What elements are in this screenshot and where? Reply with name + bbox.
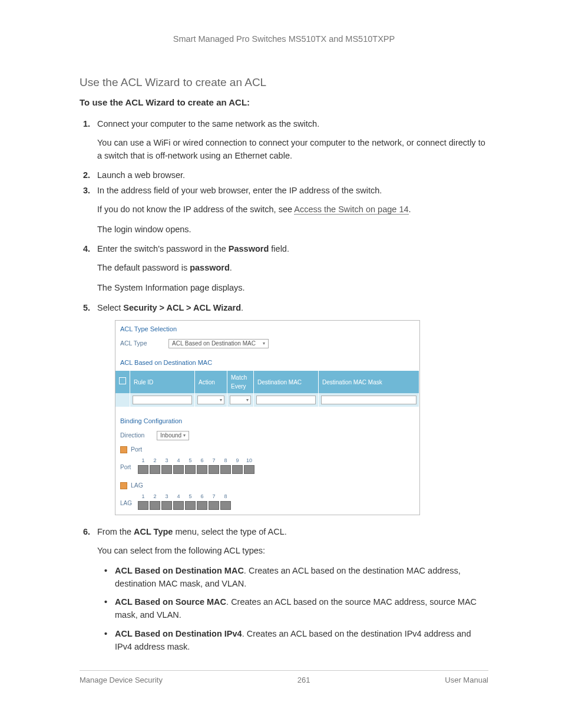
match-select[interactable]: ▾ bbox=[230, 396, 251, 404]
direction-select[interactable]: Inbound ▾ bbox=[157, 431, 189, 440]
lag-num: 4 bbox=[177, 493, 180, 501]
dest-mask-input[interactable] bbox=[321, 396, 416, 404]
step-6-para: You can select from the following ACL ty… bbox=[97, 545, 488, 558]
step-1-text: Connect your computer to the same networ… bbox=[97, 119, 319, 129]
chevron-down-icon: ▾ bbox=[246, 397, 249, 404]
lag-label: LAG bbox=[131, 481, 143, 490]
lag-num: 2 bbox=[153, 493, 156, 501]
port-3[interactable] bbox=[161, 465, 172, 474]
bullet-1: ACL Based on Destination MAC. Creates an… bbox=[115, 565, 488, 591]
step-6-pre: From the bbox=[97, 527, 134, 536]
port-10[interactable] bbox=[244, 465, 254, 474]
bullet-1-bold: ACL Based on Destination MAC bbox=[115, 566, 244, 575]
step-4-p-pre: The default password is bbox=[97, 263, 190, 272]
port-num: 4 bbox=[177, 457, 180, 465]
lag-6[interactable] bbox=[197, 501, 207, 510]
step-3-text: In the address field of your web browser… bbox=[97, 186, 382, 195]
port-num: 2 bbox=[153, 457, 156, 465]
port-8[interactable] bbox=[220, 465, 231, 474]
step-4: Enter the switch's password in the Passw… bbox=[92, 243, 488, 294]
port-num: 9 bbox=[236, 457, 239, 465]
lag-group-label: LAG bbox=[115, 479, 419, 492]
section-sub: To use the ACL Wizard to create an ACL: bbox=[80, 97, 488, 107]
lag-indicator-icon bbox=[120, 482, 127, 489]
acl-rule-table: Rule ID Action Match Every Destination M… bbox=[115, 371, 419, 407]
dest-mac-input[interactable] bbox=[256, 396, 316, 404]
step-3-post: . bbox=[409, 205, 411, 214]
step-3: In the address field of your web browser… bbox=[92, 185, 488, 236]
lag-row: LAG 1 2 3 4 5 6 7 8 bbox=[115, 492, 419, 515]
col-dest-mask: Destination MAC Mask bbox=[319, 371, 419, 393]
port-num: 1 bbox=[141, 457, 144, 465]
port-indicator-icon bbox=[120, 446, 127, 453]
page-footer: Manage Device Security 261 User Manual bbox=[80, 670, 488, 684]
port-4[interactable] bbox=[173, 465, 184, 474]
bullet-2: ACL Based on Source MAC. Creates an ACL … bbox=[115, 596, 488, 622]
port-7[interactable] bbox=[209, 465, 219, 474]
step-4-p-bold: password bbox=[190, 263, 230, 272]
acl-type-selection-title: ACL Type Selection bbox=[115, 321, 419, 337]
col-action: Action bbox=[195, 371, 227, 393]
port-9[interactable] bbox=[232, 465, 243, 474]
step-1-para: You can use a WiFi or wired connection t… bbox=[97, 137, 488, 163]
port-6[interactable] bbox=[197, 465, 207, 474]
port-2[interactable] bbox=[150, 465, 160, 474]
binding-config-title: Binding Configuration bbox=[115, 413, 419, 429]
lag-1[interactable] bbox=[138, 501, 148, 510]
col-dest-mac: Destination MAC bbox=[254, 371, 319, 393]
chevron-down-icon: ▾ bbox=[263, 340, 265, 347]
port-5[interactable] bbox=[185, 465, 196, 474]
port-num: 10 bbox=[246, 457, 252, 465]
lag-5[interactable] bbox=[185, 501, 196, 510]
port-1[interactable] bbox=[138, 465, 148, 474]
step-4-bold: Password bbox=[229, 244, 269, 253]
step-4-para2: The System Information page displays. bbox=[97, 282, 488, 295]
action-select[interactable]: ▾ bbox=[197, 396, 224, 404]
rule-id-input[interactable] bbox=[133, 396, 192, 404]
step-5-post: . bbox=[241, 303, 243, 312]
section-heading: Use the ACL Wizard to create an ACL bbox=[80, 76, 488, 89]
lag-num: 5 bbox=[189, 493, 191, 501]
lag-num: 8 bbox=[224, 493, 227, 501]
chevron-down-icon: ▾ bbox=[183, 432, 186, 439]
footer-left: Manage Device Security bbox=[80, 676, 163, 684]
step-5-pre: Select bbox=[97, 303, 123, 312]
port-num: 5 bbox=[189, 457, 191, 465]
select-all-checkbox[interactable] bbox=[119, 377, 126, 384]
step-4-pre: Enter the switch's password in the bbox=[97, 244, 229, 253]
step-3-para2: The login window opens. bbox=[97, 223, 488, 236]
lag-4[interactable] bbox=[173, 501, 184, 510]
acl-type-label: ACL Type bbox=[120, 339, 161, 348]
port-row: Port 1 2 3 4 5 6 7 8 9 10 bbox=[115, 456, 419, 479]
chevron-down-icon: ▾ bbox=[220, 397, 222, 404]
lag-num: 1 bbox=[141, 493, 144, 501]
lag-2[interactable] bbox=[150, 501, 160, 510]
acl-dest-mac-title: ACL Based on Destination MAC bbox=[115, 354, 419, 370]
doc-header: Smart Managed Pro Switches MS510TX and M… bbox=[80, 34, 488, 44]
step-6: From the ACL Type menu, select the type … bbox=[92, 526, 488, 653]
port-group-label: Port bbox=[115, 443, 419, 456]
bullet-2-bold: ACL Based on Source MAC bbox=[115, 597, 226, 607]
port-num: 7 bbox=[212, 457, 215, 465]
step-4-p-post: . bbox=[230, 263, 232, 272]
lag-3[interactable] bbox=[161, 501, 172, 510]
direction-value: Inbound bbox=[160, 431, 181, 440]
step-3-para: If you do not know the IP address of the… bbox=[97, 203, 488, 216]
lag-side-label: LAG bbox=[120, 499, 137, 510]
acl-type-select[interactable]: ACL Based on Destination MAC ▾ bbox=[168, 339, 269, 348]
access-switch-link[interactable]: Access the Switch on page 14 bbox=[294, 205, 408, 215]
lag-num: 6 bbox=[200, 493, 203, 501]
port-side-label: Port bbox=[120, 463, 137, 474]
step-6-post: menu, select the type of ACL. bbox=[173, 527, 286, 536]
bullet-3: ACL Based on Destination IPv4. Creates a… bbox=[115, 628, 488, 654]
step-5: Select Security > ACL > ACL Wizard. ACL … bbox=[92, 302, 488, 516]
step-4-para: The default password is password. bbox=[97, 262, 488, 275]
lag-7[interactable] bbox=[209, 501, 219, 510]
direction-label: Direction bbox=[120, 431, 150, 440]
col-rule-id: Rule ID bbox=[130, 371, 195, 393]
table-header-row: Rule ID Action Match Every Destination M… bbox=[115, 371, 419, 393]
lag-num: 3 bbox=[165, 493, 168, 501]
step-2: Launch a web browser. bbox=[92, 169, 488, 182]
lag-8[interactable] bbox=[220, 501, 231, 510]
step-1: Connect your computer to the same networ… bbox=[92, 118, 488, 162]
